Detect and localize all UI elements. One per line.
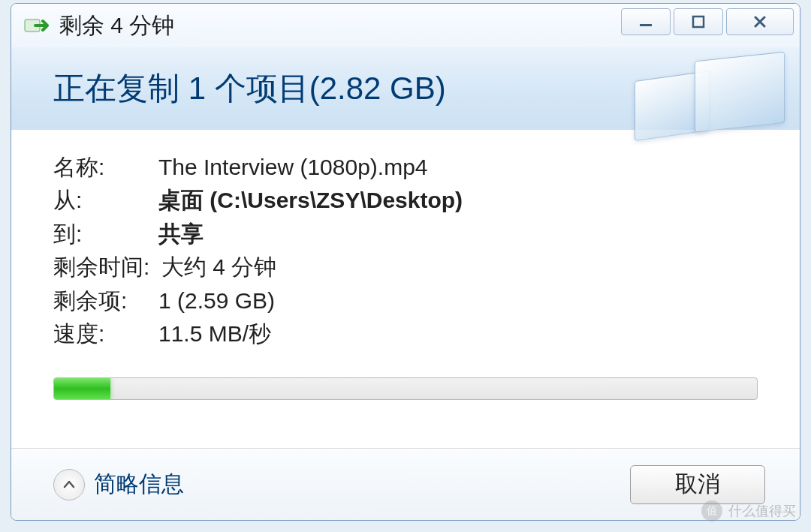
time-remaining-value: 大约 4 分钟 — [161, 251, 758, 284]
progress-container — [53, 377, 758, 400]
to-label: 到: — [53, 218, 158, 251]
close-button[interactable] — [726, 8, 794, 35]
copy-dialog: 剩余 4 分钟 正在复制 1 个项目(2.82 GB) 名称: The Inte… — [11, 3, 800, 521]
cancel-button[interactable]: 取消 — [630, 465, 765, 504]
row-from: 从: 桌面 (C:\Users\ZSY\Desktop) — [53, 184, 758, 217]
to-value: 共享 — [158, 218, 758, 251]
header-band: 正在复制 1 个项目(2.82 GB) — [11, 47, 800, 130]
svg-rect-1 — [640, 24, 652, 26]
progress-fill — [54, 378, 110, 399]
toggle-details-button[interactable] — [53, 469, 85, 500]
items-remaining-value: 1 (2.59 GB) — [158, 284, 758, 317]
name-value: The Interview (1080p).mp4 — [158, 151, 758, 184]
copy-icon — [22, 12, 49, 39]
toggle-details-label[interactable]: 简略信息 — [94, 469, 184, 500]
from-label: 从: — [53, 184, 158, 217]
footer: 简略信息 取消 — [11, 448, 800, 520]
from-value: 桌面 (C:\Users\ZSY\Desktop) — [158, 184, 758, 217]
name-label: 名称: — [53, 151, 158, 184]
progress-bar — [53, 377, 758, 400]
cancel-button-label: 取消 — [675, 469, 720, 500]
row-to: 到: 共享 — [53, 218, 758, 251]
maximize-button[interactable] — [674, 8, 723, 35]
items-remaining-label: 剩余项: — [53, 284, 158, 317]
speed-value: 11.5 MB/秒 — [158, 317, 758, 350]
titlebar: 剩余 4 分钟 — [11, 4, 800, 47]
time-remaining-label: 剩余时间: — [53, 251, 158, 284]
speed-label: 速度: — [53, 317, 158, 350]
svg-rect-2 — [693, 17, 704, 27]
row-name: 名称: The Interview (1080p).mp4 — [53, 151, 758, 184]
operation-heading: 正在复制 1 个项目(2.82 GB) — [53, 68, 446, 110]
minimize-button[interactable] — [621, 8, 671, 35]
details-panel: 名称: The Interview (1080p).mp4 从: 桌面 (C:\… — [11, 130, 800, 358]
row-time-remaining: 剩余时间: 大约 4 分钟 — [53, 251, 758, 284]
folder-illustration — [627, 53, 777, 128]
row-items-remaining: 剩余项: 1 (2.59 GB) — [53, 284, 758, 317]
window-controls — [618, 8, 794, 35]
window-title: 剩余 4 分钟 — [59, 11, 174, 41]
row-speed: 速度: 11.5 MB/秒 — [53, 317, 758, 350]
